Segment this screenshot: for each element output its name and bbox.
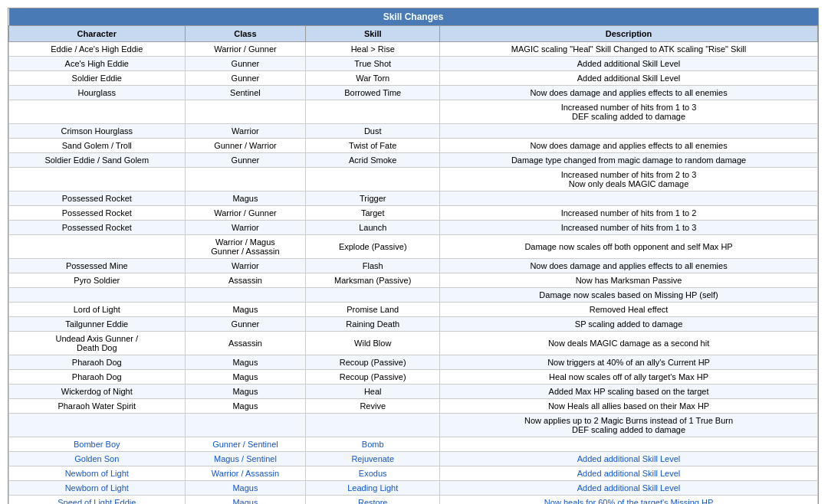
cell-character xyxy=(9,100,186,124)
cell-class: Magus xyxy=(185,399,306,414)
cell-skill: Recoup (Passive) xyxy=(306,370,440,385)
table-header-row: Character Class Skill Description xyxy=(9,26,818,42)
table-row: Golden SonMagus / SentinelRejuvenateAdde… xyxy=(9,452,818,466)
cell-description: Increased number of hits from 1 to 3 DEF… xyxy=(440,100,818,124)
cell-class: Magus xyxy=(185,496,306,505)
cell-skill xyxy=(306,288,440,303)
table-row: Now applies up to 2 Magic Burns instead … xyxy=(9,414,818,437)
cell-description: MAGIC scaling "Heal" Skill Changed to AT… xyxy=(440,42,818,57)
cell-skill: Launch xyxy=(306,221,440,235)
cell-character: Possessed Rocket xyxy=(9,221,186,235)
table-row: Ace's High EddieGunnerTrue ShotAdded add… xyxy=(9,57,818,71)
cell-class: Gunner xyxy=(185,57,306,71)
table-row: Speed of Light EddieMagusRestoreNow heal… xyxy=(9,496,818,505)
table-row: Eddie / Ace's High EddieWarrior / Gunner… xyxy=(9,42,818,57)
table-row: Newborn of LightWarrior / AssassinExodus… xyxy=(9,466,818,481)
cell-description: Increased number of hits from 1 to 2 xyxy=(440,206,818,221)
cell-class: Warrior / Gunner xyxy=(185,42,306,57)
cell-class: Warrior xyxy=(185,259,306,273)
cell-character: Lord of Light xyxy=(9,303,186,317)
cell-character: Newborn of Light xyxy=(9,466,186,481)
table-row: Damage now scales based on Missing HP (s… xyxy=(9,288,818,303)
cell-skill: Promise Land xyxy=(306,303,440,317)
cell-class: Gunner xyxy=(185,153,306,168)
table-body: Eddie / Ace's High EddieWarrior / Gunner… xyxy=(9,42,818,505)
cell-class xyxy=(185,168,306,191)
cell-class: Gunner / Warrior xyxy=(185,139,306,153)
table-row: Pyro SoldierAssassinMarksman (Passive)No… xyxy=(9,273,818,288)
cell-skill: Target xyxy=(306,206,440,221)
cell-class: Warrior / Assassin xyxy=(185,466,306,481)
header-character: Character xyxy=(9,26,186,42)
cell-skill: Restore xyxy=(306,496,440,505)
cell-skill: Rejuvenate xyxy=(306,452,440,466)
cell-description xyxy=(440,437,818,452)
cell-description: Now applies up to 2 Magic Burns instead … xyxy=(440,414,818,437)
table-title-row: Skill Changes xyxy=(9,8,818,26)
table-title: Skill Changes xyxy=(9,8,818,26)
cell-description xyxy=(440,124,818,139)
cell-description: Added additional Skill Level xyxy=(440,71,818,86)
cell-character: Crimson Hourglass xyxy=(9,124,186,139)
cell-skill: Heal xyxy=(306,385,440,399)
cell-character: Eddie / Ace's High Eddie xyxy=(9,42,186,57)
cell-skill: Borrowed Time xyxy=(306,86,440,100)
table-row: Tailgunner EddieGunnerRaining DeathSP sc… xyxy=(9,317,818,332)
cell-description: Damage now scales off both opponent and … xyxy=(440,235,818,259)
table-row: Undead Axis Gunner / Death DogAssassinWi… xyxy=(9,332,818,355)
cell-description: Added additional Skill Level xyxy=(440,452,818,466)
cell-class: Warrior / Magus Gunner / Assassin xyxy=(185,235,306,259)
cell-class: Magus xyxy=(185,481,306,496)
cell-character: Speed of Light Eddie xyxy=(9,496,186,505)
cell-skill: Marksman (Passive) xyxy=(306,273,440,288)
cell-character: Newborn of Light xyxy=(9,481,186,496)
cell-character: Soldier Eddie xyxy=(9,71,186,86)
table-row: Possessed RocketWarriorLaunchIncreased n… xyxy=(9,221,818,235)
cell-description: Now does damage and applies effects to a… xyxy=(440,139,818,153)
table-row: Increased number of hits from 1 to 3 DEF… xyxy=(9,100,818,124)
cell-skill: Acrid Smoke xyxy=(306,153,440,168)
table-row: Crimson HourglassWarriorDust xyxy=(9,124,818,139)
cell-character: Hourglass xyxy=(9,86,186,100)
cell-class: Warrior / Gunner xyxy=(185,206,306,221)
cell-description: Now Heals all allies based on their Max … xyxy=(440,399,818,414)
cell-character: Tailgunner Eddie xyxy=(9,317,186,332)
cell-class: Magus xyxy=(185,191,306,206)
table-row: HourglassSentinelBorrowed TimeNow does d… xyxy=(9,86,818,100)
cell-skill: Leading Light xyxy=(306,481,440,496)
cell-class: Magus xyxy=(185,303,306,317)
cell-character xyxy=(9,235,186,259)
cell-description: Now heals for 60% of the target's Missin… xyxy=(440,496,818,505)
cell-class xyxy=(185,414,306,437)
skill-changes-table: Skill Changes Character Class Skill Desc… xyxy=(8,8,819,504)
cell-class xyxy=(185,100,306,124)
cell-skill: Wild Blow xyxy=(306,332,440,355)
table-row: Soldier Eddie / Sand GolemGunnerAcrid Sm… xyxy=(9,153,818,168)
cell-character: Bomber Boy xyxy=(9,437,186,452)
cell-character: Pyro Soldier xyxy=(9,273,186,288)
cell-skill: Revive xyxy=(306,399,440,414)
cell-description: Now deals MAGIC damage as a second hit xyxy=(440,332,818,355)
cell-description: Added additional Skill Level xyxy=(440,466,818,481)
cell-skill: Exodus xyxy=(306,466,440,481)
header-skill: Skill xyxy=(306,26,440,42)
cell-character xyxy=(9,288,186,303)
table-row: Soldier EddieGunnerWar TornAdded additio… xyxy=(9,71,818,86)
cell-class: Gunner / Sentinel xyxy=(185,437,306,452)
cell-description: Increased number of hits from 2 to 3 Now… xyxy=(440,168,818,191)
table-row: Newborn of LightMagusLeading LightAdded … xyxy=(9,481,818,496)
cell-skill: Explode (Passive) xyxy=(306,235,440,259)
cell-skill: Heal > Rise xyxy=(306,42,440,57)
cell-skill: Recoup (Passive) xyxy=(306,355,440,370)
cell-description: Now triggers at 40% of an ally's Current… xyxy=(440,355,818,370)
header-class: Class xyxy=(185,26,306,42)
cell-character: Golden Son xyxy=(9,452,186,466)
table-row: Wickerdog of NightMagusHealAdded Max HP … xyxy=(9,385,818,399)
table-row: Increased number of hits from 2 to 3 Now… xyxy=(9,168,818,191)
cell-skill: Flash xyxy=(306,259,440,273)
cell-character: Possessed Mine xyxy=(9,259,186,273)
table-row: Pharaoh Water SpiritMagusReviveNow Heals… xyxy=(9,399,818,414)
cell-skill: Dust xyxy=(306,124,440,139)
cell-description: Now does damage and applies effects to a… xyxy=(440,259,818,273)
cell-class: Warrior xyxy=(185,124,306,139)
